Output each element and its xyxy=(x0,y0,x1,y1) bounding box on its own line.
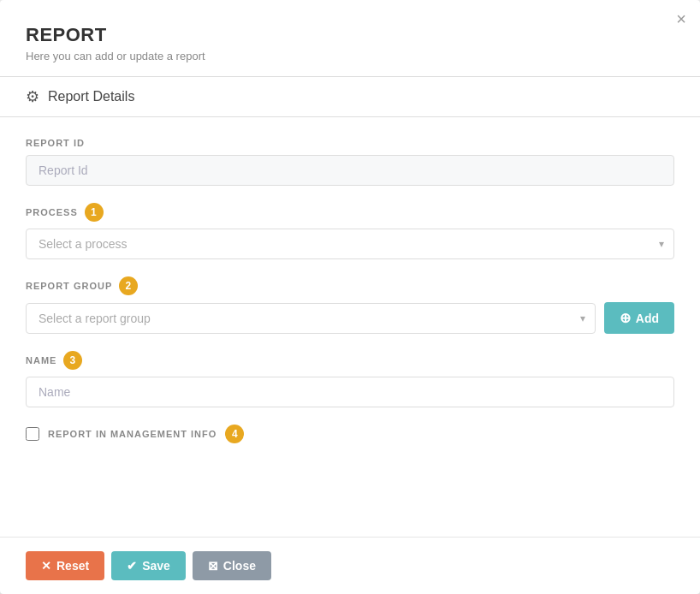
section-header: ⚙ Report Details xyxy=(0,76,700,117)
close-icon: ⊠ xyxy=(208,559,218,573)
management-info-badge: 4 xyxy=(225,425,244,443)
report-id-field-group: REPORT ID xyxy=(26,138,674,186)
report-modal: × REPORT Here you can add or update a re… xyxy=(0,0,700,594)
modal-subtitle: Here you can add or update a report xyxy=(26,50,674,62)
close-button[interactable]: ⊠ Close xyxy=(193,551,271,580)
modal-title: REPORT xyxy=(26,24,674,46)
report-id-label: REPORT ID xyxy=(26,138,674,148)
report-group-select[interactable]: Select a report group xyxy=(26,303,596,334)
close-label: Close xyxy=(223,559,256,573)
name-input[interactable] xyxy=(26,377,674,407)
name-badge: 3 xyxy=(63,351,82,370)
management-info-checkbox[interactable] xyxy=(26,427,39,441)
process-field-group: PROCESS 1 Select a process ▾ xyxy=(26,203,674,259)
report-group-field-group: REPORT GROUP 2 Select a report group ▾ ⊕… xyxy=(26,276,674,334)
report-group-badge: 2 xyxy=(119,276,138,295)
reset-icon: ✕ xyxy=(41,559,51,573)
process-select-wrapper: Select a process ▾ xyxy=(26,229,674,259)
process-label: PROCESS 1 xyxy=(26,203,674,222)
save-button[interactable]: ✔ Save xyxy=(111,551,186,580)
management-info-label: REPORT IN MANAGEMENT INFO xyxy=(48,429,217,439)
modal-footer: ✕ Reset ✔ Save ⊠ Close xyxy=(0,537,700,594)
save-label: Save xyxy=(142,559,170,573)
process-badge: 1 xyxy=(85,203,104,222)
plus-circle-icon: ⊕ xyxy=(620,310,631,326)
section-title: Report Details xyxy=(48,89,134,104)
report-group-row: Select a report group ▾ ⊕ Add xyxy=(26,302,674,334)
name-label: NAME 3 xyxy=(26,351,674,370)
report-id-input[interactable] xyxy=(26,155,674,186)
modal-header: REPORT Here you can add or update a repo… xyxy=(0,0,700,76)
process-select[interactable]: Select a process xyxy=(26,229,674,259)
management-info-row: REPORT IN MANAGEMENT INFO 4 xyxy=(26,425,674,443)
name-field-group: NAME 3 xyxy=(26,351,674,407)
add-report-group-button[interactable]: ⊕ Add xyxy=(604,302,674,334)
modal-close-button[interactable]: × xyxy=(676,10,686,27)
add-button-label: Add xyxy=(636,312,659,325)
reset-label: Reset xyxy=(56,559,89,573)
report-group-select-wrapper: Select a report group ▾ xyxy=(26,302,596,334)
settings-icon: ⚙ xyxy=(26,87,39,106)
report-group-label: REPORT GROUP 2 xyxy=(26,276,674,295)
save-icon: ✔ xyxy=(127,559,137,573)
modal-body: REPORT ID PROCESS 1 Select a process ▾ R… xyxy=(0,117,700,537)
reset-button[interactable]: ✕ Reset xyxy=(26,551,104,580)
